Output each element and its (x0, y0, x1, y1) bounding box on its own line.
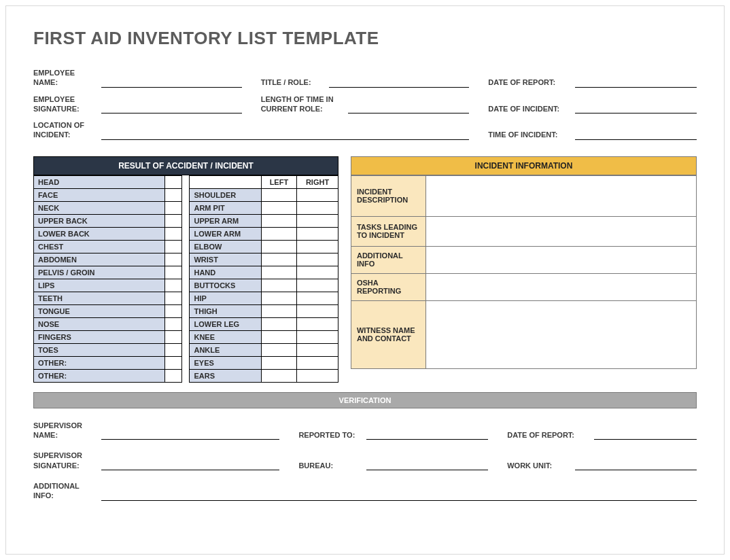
input-line[interactable] (366, 461, 488, 470)
field-bureau: BUREAU: (298, 451, 488, 470)
check-cell[interactable] (297, 304, 338, 317)
table-row: WRIST (190, 253, 338, 266)
check-cell[interactable] (261, 266, 296, 279)
accident-result-panel: RESULT OF ACCIDENT / INCIDENT HEAD FACE … (33, 156, 338, 383)
table-row: SHOULDER (190, 188, 338, 201)
table-row: ADDITIONAL INFO (351, 246, 696, 273)
check-cell[interactable] (261, 304, 296, 317)
check-cell[interactable] (261, 188, 296, 201)
check-cell[interactable] (297, 227, 338, 240)
table-row: OTHER: (34, 369, 182, 382)
table-row: THIGH (190, 304, 338, 317)
table-row: LOWER LEG (190, 317, 338, 330)
check-cell[interactable] (261, 292, 296, 304)
check-cell[interactable] (297, 253, 338, 266)
check-cell[interactable] (297, 188, 338, 201)
text-cell[interactable] (425, 273, 696, 300)
check-cell[interactable] (164, 175, 182, 188)
field-date-of-incident: DATE OF INCIDENT: (488, 94, 697, 114)
input-line[interactable] (575, 461, 697, 470)
check-cell[interactable] (297, 214, 338, 227)
check-cell[interactable] (164, 266, 182, 279)
check-cell[interactable] (164, 356, 182, 369)
check-cell[interactable] (164, 188, 182, 201)
text-cell[interactable] (425, 175, 696, 216)
check-cell[interactable] (164, 292, 182, 304)
check-cell[interactable] (297, 330, 338, 343)
input-line[interactable] (329, 78, 470, 88)
input-line[interactable] (575, 104, 697, 113)
check-cell[interactable] (164, 253, 182, 266)
check-cell[interactable] (261, 356, 296, 369)
input-line[interactable] (101, 461, 279, 470)
table-row: LEFTRIGHT (190, 175, 338, 188)
table-row: PELVIS / GROIN (34, 266, 182, 279)
check-cell[interactable] (297, 279, 338, 292)
input-line[interactable] (575, 78, 697, 88)
check-cell[interactable] (164, 304, 182, 317)
table-row: KNEE (190, 330, 338, 343)
input-line[interactable] (101, 430, 279, 440)
input-line[interactable] (366, 430, 488, 440)
field-length-role: LENGTH OF TIME IN CURRENT ROLE: (261, 94, 470, 114)
table-row: OSHA REPORTING (351, 273, 696, 300)
table-row: HAND (190, 266, 338, 279)
incident-info-table: INCIDENT DESCRIPTION TASKS LEADING TO IN… (351, 175, 697, 369)
input-line[interactable] (594, 430, 697, 440)
check-cell[interactable] (297, 343, 338, 356)
check-cell[interactable] (297, 240, 338, 253)
table-row: UPPER BACK (34, 214, 182, 227)
page-title: FIRST AID INVENTORY LIST TEMPLATE (33, 28, 697, 49)
table-row: ABDOMEN (34, 253, 182, 266)
table-row: HIP (190, 292, 338, 304)
employee-fields: EMPLOYEE NAME: TITLE / ROLE: DATE OF REP… (33, 68, 697, 140)
check-cell[interactable] (261, 343, 296, 356)
check-cell[interactable] (297, 356, 338, 369)
check-cell[interactable] (261, 240, 296, 253)
check-cell[interactable] (297, 266, 338, 279)
incident-info-panel: INCIDENT INFORMATION INCIDENT DESCRIPTIO… (351, 156, 697, 369)
text-cell[interactable] (425, 216, 696, 246)
check-cell[interactable] (164, 369, 182, 382)
input-line[interactable] (348, 104, 470, 113)
check-cell[interactable] (297, 369, 338, 382)
check-cell[interactable] (261, 279, 296, 292)
verification-header: VERIFICATION (33, 392, 697, 408)
check-cell[interactable] (164, 240, 182, 253)
input-line[interactable] (575, 130, 697, 140)
input-line[interactable] (101, 104, 242, 113)
check-cell[interactable] (164, 214, 182, 227)
check-cell[interactable] (261, 330, 296, 343)
check-cell[interactable] (297, 201, 338, 214)
check-cell[interactable] (164, 343, 182, 356)
table-row: OTHER: (34, 356, 182, 369)
field-supervisor-name: SUPERVISOR NAME: (33, 421, 279, 440)
text-cell[interactable] (425, 300, 696, 368)
check-cell[interactable] (164, 317, 182, 330)
check-cell[interactable] (164, 330, 182, 343)
check-cell[interactable] (261, 227, 296, 240)
table-row: EARS (190, 369, 338, 382)
table-row: INCIDENT DESCRIPTION (351, 175, 696, 216)
check-cell[interactable] (261, 369, 296, 382)
body-parts-table-left: HEAD FACE NECK UPPER BACK LOWER BACK CHE… (33, 175, 182, 383)
text-cell[interactable] (425, 246, 696, 273)
check-cell[interactable] (261, 201, 296, 214)
check-cell[interactable] (297, 317, 338, 330)
table-row: LOWER ARM (190, 227, 338, 240)
check-cell[interactable] (261, 317, 296, 330)
field-employee-signature: EMPLOYEE SIGNATURE: (33, 94, 242, 114)
check-cell[interactable] (261, 253, 296, 266)
input-line[interactable] (101, 130, 469, 140)
field-title-role: TITLE / ROLE: (261, 68, 470, 88)
check-cell[interactable] (164, 279, 182, 292)
field-date-of-report: DATE OF REPORT: (488, 68, 697, 88)
check-cell[interactable] (297, 292, 338, 304)
check-cell[interactable] (164, 227, 182, 240)
check-cell[interactable] (261, 214, 296, 227)
main-columns: RESULT OF ACCIDENT / INCIDENT HEAD FACE … (33, 156, 697, 383)
table-row: LOWER BACK (34, 227, 182, 240)
check-cell[interactable] (164, 201, 182, 214)
input-line[interactable] (101, 78, 242, 88)
input-line[interactable] (101, 491, 697, 501)
